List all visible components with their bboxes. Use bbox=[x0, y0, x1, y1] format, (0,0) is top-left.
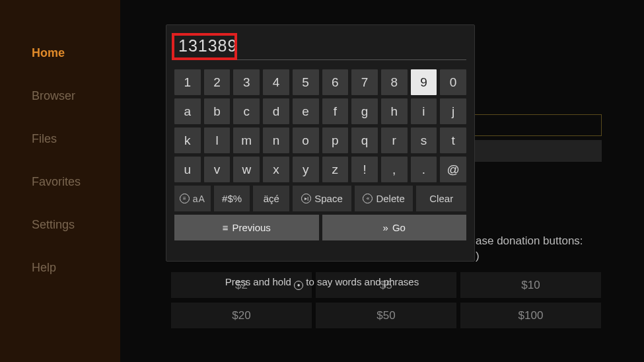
key-8[interactable]: 8 bbox=[381, 69, 408, 95]
key-u[interactable]: u bbox=[174, 157, 201, 182]
rewind-icon: « bbox=[363, 194, 373, 203]
key-m[interactable]: m bbox=[233, 127, 260, 153]
keyboard-function-row: ≡ aA #$% äçé ▸׀ Space « Delete Clear bbox=[174, 186, 466, 211]
key-h[interactable]: h bbox=[381, 98, 408, 124]
donation-button-50[interactable]: $50 bbox=[316, 303, 456, 328]
key-2[interactable]: 2 bbox=[204, 69, 231, 95]
key-q[interactable]: q bbox=[351, 127, 378, 153]
previous-label: Previous bbox=[232, 222, 270, 233]
key-accents[interactable]: äçé bbox=[253, 186, 289, 211]
key-w[interactable]: w bbox=[233, 157, 260, 182]
key-5[interactable]: 5 bbox=[293, 69, 319, 95]
sidebar-item-home[interactable]: Home bbox=[0, 38, 120, 68]
keyboard-display: 131389 bbox=[174, 33, 466, 60]
list-icon: ≡ bbox=[180, 194, 190, 203]
key-@[interactable]: @ bbox=[440, 157, 466, 182]
key-v[interactable]: v bbox=[204, 157, 231, 182]
key-previous[interactable]: ≡ Previous bbox=[174, 215, 319, 240]
key-0[interactable]: 0 bbox=[440, 69, 466, 95]
sidebar-item-favorites[interactable]: Favorites bbox=[0, 167, 120, 197]
case-label: aA bbox=[193, 194, 205, 204]
hint-before: Press and hold bbox=[225, 276, 294, 287]
key-4[interactable]: 4 bbox=[263, 69, 289, 95]
play-pause-icon: ▸׀ bbox=[301, 194, 311, 203]
mic-icon: ● bbox=[294, 281, 303, 290]
key-t[interactable]: t bbox=[440, 127, 466, 153]
donation-text-fragment2: ) bbox=[476, 250, 480, 263]
key-d[interactable]: d bbox=[263, 98, 289, 124]
go-label: Go bbox=[392, 222, 406, 233]
key-3[interactable]: 3 bbox=[233, 69, 260, 95]
voice-hint: Press and hold ● to say words and phrase… bbox=[0, 276, 644, 290]
key-symbols[interactable]: #$% bbox=[214, 186, 250, 211]
key-7[interactable]: 7 bbox=[351, 69, 378, 95]
sidebar-item-settings[interactable]: Settings bbox=[0, 210, 120, 240]
key-p[interactable]: p bbox=[322, 127, 349, 153]
key-a[interactable]: a bbox=[174, 98, 201, 124]
key-,[interactable]: , bbox=[381, 157, 408, 182]
donation-button-20[interactable]: $20 bbox=[171, 303, 312, 328]
key-j[interactable]: j bbox=[440, 98, 466, 124]
key-space[interactable]: ▸׀ Space bbox=[293, 186, 351, 211]
key-9[interactable]: 9 bbox=[411, 69, 437, 95]
fast-forward-icon: » bbox=[383, 222, 388, 233]
menu-icon: ≡ bbox=[223, 222, 229, 233]
delete-label: Delete bbox=[376, 193, 404, 204]
key-x[interactable]: x bbox=[263, 157, 289, 182]
donation-text-fragment: ase donation buttons: bbox=[476, 235, 583, 248]
keyboard-nav-row: ≡ Previous » Go bbox=[174, 215, 466, 240]
key-s[interactable]: s bbox=[411, 127, 437, 153]
key-go[interactable]: » Go bbox=[322, 215, 467, 240]
key-b[interactable]: b bbox=[204, 98, 231, 124]
key-6[interactable]: 6 bbox=[322, 69, 349, 95]
key-1[interactable]: 1 bbox=[174, 69, 201, 95]
sidebar: Home Browser Files Favorites Settings He… bbox=[0, 0, 120, 362]
sidebar-item-files[interactable]: Files bbox=[0, 124, 120, 154]
key-case-toggle[interactable]: ≡ aA bbox=[174, 186, 211, 211]
key-r[interactable]: r bbox=[381, 127, 408, 153]
key-z[interactable]: z bbox=[322, 157, 349, 182]
hint-after: to say words and phrases bbox=[303, 276, 419, 287]
key-.[interactable]: . bbox=[411, 157, 437, 182]
highlight-box bbox=[172, 33, 237, 60]
keyboard-grid: 1234567890abcdefghijklmnopqrstuvwxyz!,.@ bbox=[174, 69, 466, 182]
key-i[interactable]: i bbox=[411, 98, 437, 124]
key-c[interactable]: c bbox=[233, 98, 260, 124]
key-delete[interactable]: « Delete bbox=[355, 186, 413, 211]
key-clear[interactable]: Clear bbox=[416, 186, 466, 211]
key-o[interactable]: o bbox=[293, 127, 319, 153]
sidebar-item-browser[interactable]: Browser bbox=[0, 81, 120, 111]
key-g[interactable]: g bbox=[351, 98, 378, 124]
key-y[interactable]: y bbox=[293, 157, 319, 182]
key-![interactable]: ! bbox=[351, 157, 378, 182]
key-n[interactable]: n bbox=[263, 127, 289, 153]
key-k[interactable]: k bbox=[174, 127, 201, 153]
on-screen-keyboard: 131389 1234567890abcdefghijklmnopqrstuvw… bbox=[166, 24, 475, 262]
key-l[interactable]: l bbox=[204, 127, 231, 153]
donation-row-2: $20 $50 $100 bbox=[171, 303, 601, 328]
space-label: Space bbox=[314, 193, 343, 204]
donation-button-100[interactable]: $100 bbox=[460, 303, 601, 328]
key-e[interactable]: e bbox=[293, 98, 319, 124]
key-f[interactable]: f bbox=[322, 98, 349, 124]
